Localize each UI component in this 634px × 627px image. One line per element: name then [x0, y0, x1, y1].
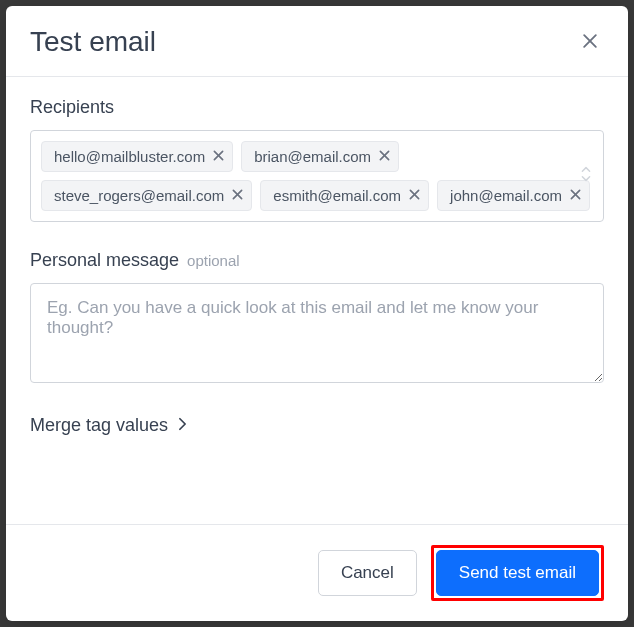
recipient-chip: brian@email.com	[241, 141, 399, 172]
chevron-up-down-icon	[579, 164, 593, 188]
chevron-right-icon	[178, 415, 187, 436]
sort-toggle[interactable]	[579, 164, 593, 188]
x-icon	[232, 188, 243, 203]
remove-recipient-button[interactable]	[570, 188, 581, 203]
recipient-chip: hello@mailbluster.com	[41, 141, 233, 172]
modal-title: Test email	[30, 26, 156, 58]
recipient-chip: esmith@email.com	[260, 180, 429, 211]
recipient-chip-label: brian@email.com	[254, 148, 371, 165]
remove-recipient-button[interactable]	[409, 188, 420, 203]
recipient-chip-label: john@email.com	[450, 187, 562, 204]
x-icon	[379, 149, 390, 164]
recipient-chip-label: hello@mailbluster.com	[54, 148, 205, 165]
personal-message-label-text: Personal message	[30, 250, 179, 271]
personal-message-textarea[interactable]	[30, 283, 604, 383]
recipients-input[interactable]: hello@mailbluster.combrian@email.comstev…	[30, 130, 604, 222]
recipient-chip-label: steve_rogers@email.com	[54, 187, 224, 204]
test-email-modal: Test email Recipients hello@mailbluster.…	[6, 6, 628, 621]
recipient-chip-label: esmith@email.com	[273, 187, 401, 204]
modal-footer: Cancel Send test email	[6, 524, 628, 621]
send-test-email-button[interactable]: Send test email	[436, 550, 599, 596]
optional-tag: optional	[187, 252, 240, 269]
x-icon	[570, 188, 581, 203]
recipient-chip: john@email.com	[437, 180, 590, 211]
remove-recipient-button[interactable]	[232, 188, 243, 203]
merge-tag-label: Merge tag values	[30, 415, 168, 436]
highlight-annotation: Send test email	[431, 545, 604, 601]
recipient-chip: steve_rogers@email.com	[41, 180, 252, 211]
remove-recipient-button[interactable]	[379, 149, 390, 164]
merge-tag-values-toggle[interactable]: Merge tag values	[30, 411, 604, 440]
remove-recipient-button[interactable]	[213, 149, 224, 164]
x-icon	[213, 149, 224, 164]
close-button[interactable]	[576, 27, 604, 58]
recipients-label: Recipients	[30, 97, 604, 118]
close-icon	[580, 31, 600, 54]
modal-header: Test email	[6, 6, 628, 77]
personal-message-label: Personal message optional	[30, 250, 604, 271]
cancel-button[interactable]: Cancel	[318, 550, 417, 596]
x-icon	[409, 188, 420, 203]
modal-body: Recipients hello@mailbluster.combrian@em…	[6, 77, 628, 524]
